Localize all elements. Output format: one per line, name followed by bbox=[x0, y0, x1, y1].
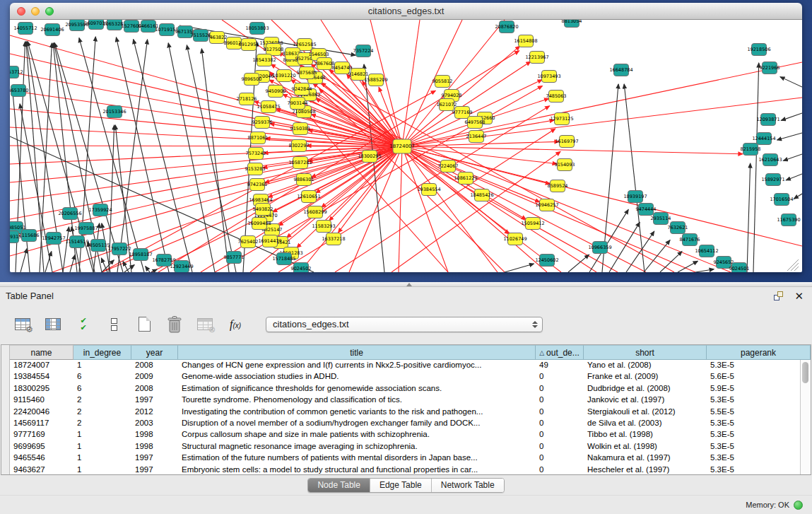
graph-node[interactable]: 9450900 bbox=[266, 86, 286, 98]
graph-edge[interactable] bbox=[660, 252, 682, 272]
graph-node[interactable]: 9024502 bbox=[291, 263, 312, 273]
graph-edge[interactable] bbox=[124, 265, 134, 272]
graph-node[interactable]: 9742361 bbox=[247, 179, 268, 191]
new-column-button[interactable] bbox=[134, 315, 154, 334]
network-canvas[interactable]: 1265258586290231039122094509001105847592… bbox=[10, 20, 802, 272]
table-row[interactable]: 911546021997Tourette syndrome. Phenomeno… bbox=[1, 395, 811, 406]
graph-node[interactable]: 11514519 bbox=[65, 236, 88, 248]
graph-node[interactable]: 11675390 bbox=[777, 214, 800, 226]
graph-node[interactable]: 6497568 bbox=[465, 117, 486, 129]
graph-node[interactable]: 14055712 bbox=[13, 23, 37, 35]
graph-node[interactable]: 18958187 bbox=[129, 249, 152, 261]
graph-node[interactable]: 2935114 bbox=[651, 213, 671, 225]
graph-node[interactable]: 19218506 bbox=[747, 44, 770, 56]
graph-edge[interactable] bbox=[187, 45, 236, 272]
table-vertical-scrollbar[interactable] bbox=[800, 360, 811, 474]
graph-node[interactable]: 7573242 bbox=[246, 148, 266, 160]
graph-edge[interactable] bbox=[780, 77, 802, 87]
graph-node[interactable]: 17016504 bbox=[770, 194, 793, 206]
graph-node[interactable]: 1621072 bbox=[437, 99, 457, 111]
minimize-window-button[interactable] bbox=[31, 7, 40, 16]
graph-node[interactable]: 16648784 bbox=[609, 64, 632, 76]
graph-edge[interactable] bbox=[168, 43, 215, 272]
table-row[interactable]: 1456911722003Disruption of a novel membe… bbox=[1, 418, 811, 429]
graph-node[interactable]: 9221966 bbox=[760, 62, 780, 74]
graph-edge[interactable] bbox=[794, 194, 802, 199]
graph-node[interactable]: 1115686 bbox=[19, 230, 40, 242]
graph-edge[interactable] bbox=[123, 262, 129, 272]
graph-edge[interactable] bbox=[10, 146, 402, 182]
table-row[interactable]: 969969511998Structural magnetic resonanc… bbox=[1, 441, 811, 452]
column-header-year[interactable]: year bbox=[131, 345, 178, 360]
row-height-button[interactable] bbox=[104, 315, 124, 334]
table-row[interactable]: 977716911998Corpus callosum shape and si… bbox=[1, 429, 811, 440]
graph-node[interactable]: 8302297 bbox=[289, 140, 310, 152]
show-columns-button[interactable] bbox=[43, 315, 63, 334]
graph-node[interactable]: 2136447 bbox=[466, 131, 487, 143]
graph-node[interactable]: 9242844 bbox=[292, 83, 312, 95]
graph-node[interactable]: 9154093 bbox=[555, 159, 575, 171]
graph-edge[interactable] bbox=[12, 86, 30, 272]
graph-node[interactable]: 15608299 bbox=[303, 206, 326, 218]
table-row[interactable]: 1830029562008Estimation of significance … bbox=[1, 383, 811, 395]
graph-node[interactable]: 15892971 bbox=[761, 174, 784, 186]
graph-node[interactable]: 16154808 bbox=[514, 35, 537, 47]
graph-edge[interactable] bbox=[10, 127, 402, 146]
column-header-out_de[interactable]: △out_de... bbox=[536, 345, 584, 360]
graph-edge[interactable] bbox=[70, 255, 75, 272]
graph-node[interactable]: 9150381 bbox=[290, 123, 311, 135]
graph-edge[interactable] bbox=[134, 40, 192, 272]
graph-edge[interactable] bbox=[201, 49, 229, 272]
graph-node[interactable]: 8215958 bbox=[741, 144, 761, 156]
column-header-name[interactable]: name bbox=[10, 345, 73, 360]
graph-edge[interactable] bbox=[624, 84, 645, 272]
zoom-window-button[interactable] bbox=[45, 7, 54, 16]
graph-node[interactable]: 16169797 bbox=[555, 136, 578, 148]
scrollbar-thumb[interactable] bbox=[802, 362, 808, 383]
graph-edge[interactable] bbox=[402, 62, 802, 146]
graph-edge[interactable] bbox=[102, 260, 114, 272]
column-header-short[interactable]: short bbox=[584, 345, 707, 360]
float-panel-icon[interactable] bbox=[774, 291, 783, 300]
graph-edge[interactable] bbox=[505, 264, 534, 272]
graph-node[interactable]: 5875685 bbox=[297, 67, 317, 79]
graph-node[interactable]: 18485426 bbox=[470, 189, 493, 201]
graph-edge[interactable] bbox=[678, 261, 698, 272]
function-builder-button[interactable]: f(x) bbox=[225, 315, 245, 334]
graph-edge[interactable] bbox=[402, 146, 547, 272]
graph-edge[interactable] bbox=[695, 269, 714, 272]
graph-edge[interactable] bbox=[402, 98, 802, 146]
graph-edge[interactable] bbox=[781, 113, 802, 120]
graph-node[interactable]: 11583293 bbox=[312, 221, 335, 233]
graph-node[interactable]: 9857771 bbox=[224, 252, 245, 264]
graph-node[interactable]: 15059412 bbox=[521, 218, 544, 230]
graph-node[interactable]: 18053803 bbox=[245, 23, 269, 35]
graph-node[interactable]: 7625402 bbox=[238, 236, 259, 248]
graph-node[interactable]: 7515526 bbox=[191, 30, 211, 42]
graph-node[interactable]: 7224067 bbox=[438, 160, 459, 173]
graph-node[interactable]: 20691406 bbox=[40, 24, 64, 36]
table-row[interactable]: 1872400712008Changes of HCN gene express… bbox=[1, 360, 811, 371]
graph-edge[interactable] bbox=[786, 174, 802, 180]
graph-edge[interactable] bbox=[399, 146, 402, 272]
table-row[interactable]: 1938455462009Genome-wide association stu… bbox=[1, 371, 811, 382]
graph-node[interactable]: 17957222 bbox=[107, 243, 131, 255]
hub-node[interactable]: 18724007 bbox=[389, 139, 415, 153]
graph-node[interactable]: 9474444 bbox=[636, 204, 657, 216]
graph-node[interactable]: 20876820 bbox=[495, 21, 518, 33]
graph-node[interactable]: 12942757 bbox=[42, 233, 65, 245]
graph-edge[interactable] bbox=[609, 222, 640, 272]
column-header-title[interactable]: title bbox=[178, 345, 536, 360]
graph-node[interactable]: 12093871 bbox=[756, 114, 779, 126]
graph-node[interactable]: 17359924 bbox=[88, 204, 112, 216]
graph-node[interactable]: 18939197 bbox=[623, 191, 647, 203]
column-header-pagerank[interactable]: pagerank bbox=[707, 345, 811, 360]
graph-node[interactable]: 1653780 bbox=[10, 85, 28, 97]
graph-node[interactable]: 9024501 bbox=[729, 263, 750, 273]
graph-node[interactable]: 7357224 bbox=[353, 45, 374, 57]
graph-edge[interactable] bbox=[783, 154, 802, 160]
panel-splitter[interactable] bbox=[0, 282, 812, 287]
table-row[interactable]: 946554611997Estimation of the future num… bbox=[1, 452, 811, 464]
graph-node[interactable]: 12444154 bbox=[752, 133, 775, 145]
tab-network-table[interactable]: Network Table bbox=[431, 479, 504, 492]
